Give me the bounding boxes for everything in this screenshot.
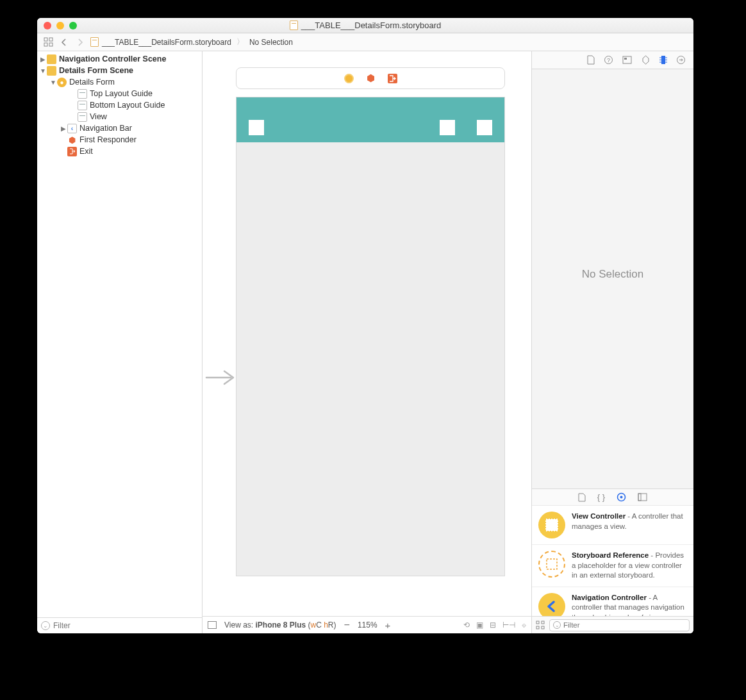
zoom-button[interactable]	[69, 22, 77, 29]
pin-icon[interactable]: ⊢⊣	[502, 621, 515, 629]
related-items-icon[interactable]	[42, 37, 54, 48]
library-item-icon	[538, 593, 565, 616]
zoom-level[interactable]: 115%	[358, 621, 377, 629]
breadcrumb[interactable]: ___TABLE___DetailsForm.storyboard 〉 No S…	[90, 37, 293, 47]
library-item[interactable]: View Controller - A controller that mana…	[532, 506, 693, 545]
nav-item-left[interactable]	[249, 120, 264, 135]
nav-item-right-1[interactable]	[440, 120, 455, 135]
breadcrumb-file[interactable]: ___TABLE___DetailsForm.storyboard	[102, 38, 231, 47]
svg-rect-2	[44, 43, 47, 46]
svg-rect-17	[542, 621, 544, 624]
media-library-tab[interactable]	[638, 493, 647, 501]
exit-dock-icon[interactable]	[388, 74, 397, 83]
minimize-button[interactable]	[56, 22, 64, 29]
nav-item-right-2[interactable]	[477, 120, 492, 135]
outline-node[interactable]: ▼●Details Form	[37, 76, 202, 88]
help-inspector-tab[interactable]: ?	[604, 55, 613, 65]
window-title: ___TABLE___DetailsForm.storyboard	[37, 21, 693, 30]
initial-vc-arrow-icon	[205, 369, 237, 387]
outline-node[interactable]: Top Layout Guide	[37, 88, 202, 99]
vc-dock-icon[interactable]	[344, 74, 354, 83]
svg-point-11	[620, 496, 623, 499]
canvas-column: ⬢ Vi	[203, 51, 531, 633]
filter-icon: ⌄	[553, 621, 561, 629]
svg-rect-13	[638, 494, 641, 501]
back-button[interactable]	[58, 37, 70, 48]
scene-block[interactable]: ⬢	[236, 67, 505, 576]
view-as-label[interactable]: View as: iPhone 8 Plus (wC hR)	[224, 621, 336, 629]
forward-button[interactable]	[74, 37, 86, 48]
svg-rect-1	[49, 38, 53, 41]
object-library-list[interactable]: View Controller - A controller that mana…	[532, 506, 693, 616]
outline-node[interactable]: ▶Navigation Controller Scene	[37, 53, 202, 65]
library-view-toggle[interactable]	[536, 621, 545, 630]
library-item-icon	[538, 551, 565, 578]
library-item-icon	[538, 512, 565, 538]
layout-tools: ⟲ ▣ ⊟ ⊢⊣ ⟐	[463, 621, 526, 629]
inspector-no-selection: No Selection	[532, 69, 693, 488]
outline-node[interactable]: ⬢First Responder	[37, 134, 202, 146]
storyboard-canvas[interactable]: ⬢	[203, 51, 531, 616]
zoom-in-button[interactable]: +	[385, 620, 391, 631]
library-filter-input[interactable]	[563, 621, 686, 629]
library-item[interactable]: Storyboard Reference - Provides a placeh…	[532, 545, 693, 587]
svg-rect-15	[547, 559, 557, 569]
svg-rect-3	[49, 43, 53, 46]
attributes-inspector-tab[interactable]	[641, 55, 651, 65]
scene-dock[interactable]: ⬢	[236, 67, 505, 89]
canvas-bottom-bar: View as: iPhone 8 Plus (wC hR) − 115% + …	[203, 616, 531, 633]
library-filter-field[interactable]: ⌄	[549, 619, 690, 631]
filter-icon[interactable]: ⌄	[41, 621, 50, 630]
document-outline: ▶Navigation Controller Scene▼Details For…	[37, 51, 203, 633]
object-library-tab[interactable]	[617, 492, 626, 502]
inspector-panel: ? No Selection { } View Controller - A c…	[531, 51, 693, 633]
svg-rect-14	[546, 519, 558, 531]
code-snippet-tab[interactable]: { }	[597, 492, 605, 502]
editor-body: ▶Navigation Controller Scene▼Details For…	[37, 51, 693, 633]
first-responder-dock-icon[interactable]: ⬢	[367, 72, 375, 84]
svg-rect-18	[536, 626, 539, 629]
xcode-window: ___TABLE___DetailsForm.storyboard ___TAB…	[37, 18, 693, 633]
svg-rect-0	[44, 38, 47, 41]
storyboard-file-icon	[90, 37, 99, 47]
outline-tree[interactable]: ▶Navigation Controller Scene▼Details For…	[37, 51, 202, 617]
outline-node[interactable]: Exit	[37, 146, 202, 157]
close-button[interactable]	[44, 22, 51, 29]
file-template-tab[interactable]	[578, 493, 586, 502]
library-item-text: Navigation Controller - A controller tha…	[572, 593, 687, 616]
view-controller-preview[interactable]	[236, 97, 505, 576]
zoom-out-button[interactable]: −	[344, 619, 350, 631]
jump-bar: ___TABLE___DetailsForm.storyboard 〉 No S…	[37, 33, 693, 51]
outline-filter-bar: ⌄	[37, 617, 202, 633]
outline-node[interactable]: ▶‹Navigation Bar	[37, 122, 202, 134]
outline-filter-input[interactable]	[53, 621, 198, 630]
titlebar[interactable]: ___TABLE___DetailsForm.storyboard	[37, 18, 693, 33]
breadcrumb-selection[interactable]: No Selection	[249, 38, 293, 47]
identity-inspector-tab[interactable]	[622, 56, 632, 64]
update-frames-icon[interactable]: ⟲	[463, 621, 470, 629]
svg-rect-8	[661, 56, 665, 64]
inspector-tabs: ?	[532, 51, 693, 69]
resolve-icon[interactable]: ⟐	[522, 621, 526, 629]
device-config-button[interactable]	[208, 621, 217, 629]
embed-in-icon[interactable]: ▣	[476, 621, 483, 629]
window-title-text: ___TABLE___DetailsForm.storyboard	[301, 21, 442, 30]
traffic-lights	[37, 22, 77, 29]
library-item[interactable]: Navigation Controller - A controller tha…	[532, 587, 693, 616]
outline-node[interactable]: View	[37, 111, 202, 122]
storyboard-file-icon	[290, 21, 298, 30]
align-icon[interactable]: ⊟	[490, 621, 496, 629]
library-item-text: Storyboard Reference - Provides a placeh…	[572, 551, 687, 581]
size-inspector-tab[interactable]	[659, 55, 667, 65]
navigation-bar[interactable]	[236, 97, 504, 142]
svg-rect-19	[542, 626, 544, 629]
library-item-text: View Controller - A controller that mana…	[572, 512, 687, 538]
svg-rect-16	[536, 621, 539, 624]
file-inspector-tab[interactable]	[586, 55, 595, 65]
outline-node[interactable]: ▼Details Form Scene	[37, 65, 202, 76]
svg-rect-12	[638, 494, 647, 501]
outline-node[interactable]: Bottom Layout Guide	[37, 99, 202, 111]
svg-text:?: ?	[607, 57, 610, 63]
connections-inspector-tab[interactable]	[676, 55, 686, 65]
breadcrumb-separator: 〉	[236, 37, 244, 47]
